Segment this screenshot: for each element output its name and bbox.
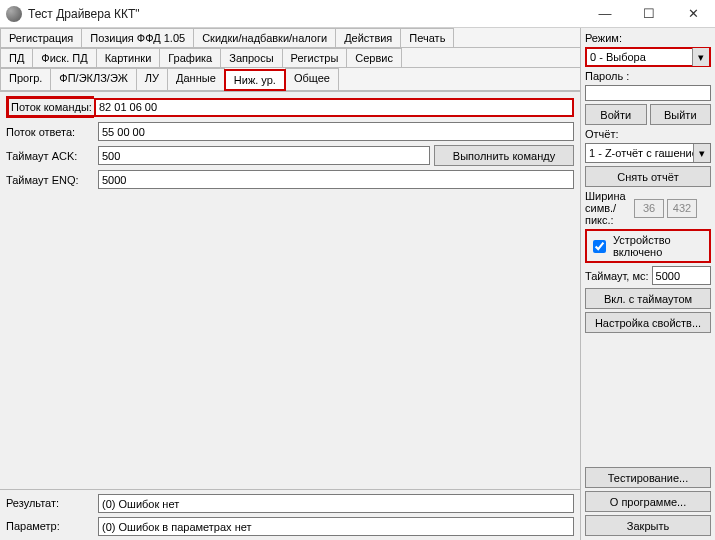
maximize-button[interactable]: ☐: [627, 0, 671, 28]
status-area: Результат: Параметр:: [0, 489, 580, 540]
tab-lu[interactable]: ЛУ: [136, 68, 168, 90]
result-label: Результат:: [6, 497, 94, 509]
login-button[interactable]: Войти: [585, 104, 647, 125]
resp-stream-label: Поток ответа:: [6, 126, 94, 138]
report-combo[interactable]: 1 - Z-отчёт с гашение ▾: [585, 143, 711, 163]
tab-general[interactable]: Общее: [285, 68, 339, 90]
on-with-timeout-button[interactable]: Вкл. с таймаутом: [585, 288, 711, 309]
cmd-stream-label: Поток команды:: [6, 96, 94, 118]
tab-position-ffd[interactable]: Позиция ФФД 1.05: [81, 28, 194, 47]
mode-combo-value: 0 - Выбора: [587, 51, 692, 63]
password-label: Пароль :: [585, 70, 711, 82]
tab-registers[interactable]: Регистры: [282, 48, 348, 67]
tab-data[interactable]: Данные: [167, 68, 225, 90]
tab-graphics[interactable]: Графика: [159, 48, 221, 67]
device-on-checkbox[interactable]: [593, 240, 606, 253]
timeout-ms-label: Таймаут, мс:: [585, 270, 649, 282]
properties-button[interactable]: Настройка свойств...: [585, 312, 711, 333]
timeout-ms-input[interactable]: [652, 266, 711, 285]
close-button[interactable]: Закрыть: [585, 515, 711, 536]
report-label: Отчёт:: [585, 128, 711, 140]
timeout-ack-label: Таймаут ACK:: [6, 150, 94, 162]
timeout-enq-input[interactable]: [98, 170, 574, 189]
close-window-button[interactable]: ✕: [671, 0, 715, 28]
timeout-ack-input[interactable]: [98, 146, 430, 165]
password-input[interactable]: [585, 85, 711, 101]
mode-combo[interactable]: 0 - Выбора ▾: [585, 47, 711, 67]
width-chars: [634, 199, 664, 218]
tab-queries[interactable]: Запросы: [220, 48, 282, 67]
tab-pictures[interactable]: Картинки: [96, 48, 161, 67]
tab-registration[interactable]: Регистрация: [0, 28, 82, 47]
execute-command-button[interactable]: Выполнить команду: [434, 145, 574, 166]
cmd-stream-input[interactable]: [94, 98, 574, 117]
chevron-down-icon[interactable]: ▾: [693, 144, 710, 162]
report-combo-value: 1 - Z-отчёт с гашение: [586, 147, 693, 159]
take-report-button[interactable]: Снять отчёт: [585, 166, 711, 187]
tab-service[interactable]: Сервис: [346, 48, 402, 67]
main-panel: Поток команды: Поток ответа: Таймаут ACK…: [0, 92, 580, 489]
about-button[interactable]: О программе...: [585, 491, 711, 512]
tab-fisk-pd[interactable]: Фиск. ПД: [32, 48, 96, 67]
tab-progr[interactable]: Прогр.: [0, 68, 51, 90]
tab-discounts[interactable]: Скидки/надбавки/налоги: [193, 28, 336, 47]
resp-stream-input[interactable]: [98, 122, 574, 141]
tab-print[interactable]: Печать: [400, 28, 454, 47]
tab-fp-eklz[interactable]: ФП/ЭКЛЗ/ЭЖ: [50, 68, 137, 90]
tab-low-level[interactable]: Ниж. ур.: [224, 69, 286, 91]
result-value: [98, 494, 574, 513]
minimize-button[interactable]: —: [583, 0, 627, 28]
device-on-label: Устройство включено: [613, 234, 707, 258]
param-label: Параметр:: [6, 520, 94, 532]
window-title: Тест Драйвера ККТ": [28, 7, 583, 21]
app-icon: [6, 6, 22, 22]
tab-actions[interactable]: Действия: [335, 28, 401, 47]
chevron-down-icon[interactable]: ▾: [692, 48, 709, 66]
mode-label: Режим:: [585, 32, 711, 44]
param-value: [98, 517, 574, 536]
testing-button[interactable]: Тестирование...: [585, 467, 711, 488]
side-panel: Режим: 0 - Выбора ▾ Пароль : Войти Выйти…: [580, 28, 715, 540]
titlebar: Тест Драйвера ККТ" — ☐ ✕: [0, 0, 715, 28]
tab-stack: Регистрация Позиция ФФД 1.05 Скидки/надб…: [0, 28, 580, 92]
tab-pd[interactable]: ПД: [0, 48, 33, 67]
logout-button[interactable]: Выйти: [650, 104, 712, 125]
width-px: [667, 199, 697, 218]
timeout-enq-label: Таймаут ENQ:: [6, 174, 94, 186]
width-label: Ширина симв./пикс.:: [585, 190, 631, 226]
